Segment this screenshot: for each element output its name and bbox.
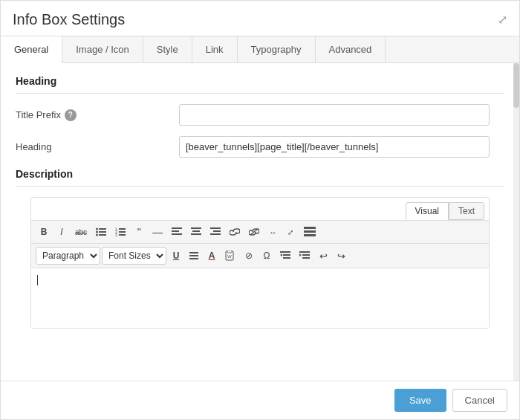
editor-toolbar-row2: Paragraph Heading 1 Heading 2 Heading 3 … (31, 244, 489, 268)
toolbar-more[interactable]: ↔ (264, 224, 281, 240)
svg-rect-9 (119, 231, 126, 233)
heading-row: Heading (16, 136, 504, 158)
heading-section: Heading Title Prefix ? Heading (1, 63, 519, 158)
svg-rect-14 (172, 233, 182, 235)
toolbar-unlink[interactable] (245, 224, 263, 240)
svg-rect-11 (119, 234, 126, 236)
svg-point-4 (96, 234, 98, 236)
editor-tabs: Visual Text (31, 198, 489, 220)
toolbar-special-chars[interactable]: Ω (259, 248, 275, 264)
editor-tab-visual[interactable]: Visual (406, 202, 449, 220)
svg-point-2 (96, 231, 98, 233)
panel-body: Heading Title Prefix ? Heading (1, 63, 519, 381)
editor-container: Visual Text B I abc 1.2.3. " — (30, 197, 490, 329)
svg-rect-32 (227, 251, 232, 253)
title-prefix-label: Title Prefix ? (16, 109, 179, 121)
toolbar-indent[interactable] (296, 248, 313, 264)
toolbar-blockquote[interactable]: " (131, 224, 147, 240)
toolbar-kitchen-sink[interactable] (300, 224, 319, 240)
svg-rect-5 (99, 234, 106, 236)
toolbar-bold[interactable]: B (36, 224, 52, 240)
toolbar-strikethrough[interactable]: abc (71, 224, 91, 240)
svg-rect-1 (99, 228, 106, 230)
svg-rect-36 (283, 257, 290, 259)
toolbar-clear-formatting[interactable]: ⊘ (241, 248, 257, 264)
tabs-bar: General Image / Icon Style Link Typograp… (1, 36, 519, 63)
cancel-button[interactable]: Cancel (452, 389, 507, 412)
panel-title: Info Box Settings (13, 11, 125, 28)
svg-rect-38 (299, 251, 310, 253)
tab-link[interactable]: Link (192, 36, 238, 62)
svg-text:W: W (227, 254, 232, 259)
info-box-settings-panel: Info Box Settings ⤢ General Image / Icon… (0, 0, 520, 420)
toolbar-undo[interactable]: ↩ (315, 248, 331, 264)
svg-rect-12 (172, 227, 182, 229)
toolbar-align-center[interactable] (187, 224, 205, 240)
svg-rect-35 (283, 254, 290, 256)
scrollbar-track[interactable] (513, 63, 519, 381)
svg-rect-30 (189, 258, 198, 259)
toolbar-underline[interactable]: U (168, 248, 184, 264)
heading-section-title: Heading (16, 75, 504, 94)
heading-input-wrapper (179, 136, 490, 158)
toolbar-paste-word[interactable]: W (221, 248, 239, 264)
svg-rect-40 (302, 257, 310, 259)
svg-rect-17 (192, 230, 200, 232)
tab-style[interactable]: Style (143, 36, 192, 62)
title-prefix-input-wrapper (179, 104, 490, 126)
svg-rect-39 (302, 254, 310, 256)
heading-input[interactable] (179, 136, 490, 158)
svg-rect-22 (210, 233, 221, 235)
editor-tab-text[interactable]: Text (449, 202, 484, 220)
tab-general[interactable]: General (1, 36, 62, 63)
svg-rect-29 (189, 255, 198, 256)
scrollbar-thumb[interactable] (513, 63, 519, 108)
text-cursor (37, 275, 38, 285)
svg-rect-13 (172, 230, 179, 232)
toolbar-ol[interactable]: 1.2.3. (111, 224, 129, 240)
svg-rect-18 (191, 233, 201, 235)
toolbar-link[interactable] (226, 224, 244, 240)
editor-content[interactable] (31, 268, 489, 328)
svg-rect-34 (280, 251, 290, 253)
toolbar-italic[interactable]: I (53, 224, 70, 240)
toolbar-redo[interactable]: ↪ (333, 248, 349, 264)
svg-rect-16 (191, 227, 201, 229)
toolbar-hr[interactable]: — (149, 224, 166, 240)
svg-rect-20 (210, 227, 221, 229)
svg-rect-26 (304, 230, 316, 233)
svg-point-0 (96, 228, 98, 230)
toolbar-outdent[interactable] (276, 248, 294, 264)
toolbar-fullscreen[interactable]: ⤢ (282, 224, 299, 240)
panel-footer: Save Cancel (1, 381, 519, 419)
svg-marker-37 (280, 253, 282, 256)
tab-advanced[interactable]: Advanced (316, 36, 386, 62)
title-prefix-input[interactable] (179, 104, 490, 126)
heading-label: Heading (16, 141, 179, 152)
toolbar-font-color[interactable]: A (204, 248, 220, 264)
svg-rect-28 (189, 252, 198, 253)
toolbar-align-right[interactable] (207, 224, 224, 240)
tab-typography[interactable]: Typography (238, 36, 316, 62)
svg-rect-7 (119, 228, 126, 230)
paragraph-select[interactable]: Paragraph Heading 1 Heading 2 Heading 3 (36, 247, 100, 265)
toolbar-align-left[interactable] (168, 224, 186, 240)
svg-rect-27 (304, 234, 316, 236)
title-prefix-row: Title Prefix ? (16, 104, 504, 126)
title-prefix-help-icon[interactable]: ? (65, 109, 77, 121)
font-sizes-select[interactable]: Font Sizes 8 10 12 14 (102, 247, 166, 265)
svg-rect-25 (304, 227, 316, 229)
expand-icon[interactable]: ⤢ (498, 13, 507, 27)
description-section-title: Description (16, 168, 504, 187)
svg-marker-41 (299, 253, 302, 256)
toolbar-justify[interactable] (186, 248, 202, 264)
description-section: Description Visual Text B I abc (1, 168, 519, 329)
editor-toolbar-row1: B I abc 1.2.3. " — (31, 220, 489, 244)
save-button[interactable]: Save (394, 389, 446, 412)
svg-text:3.: 3. (115, 233, 118, 236)
svg-rect-3 (99, 231, 106, 233)
panel-header: Info Box Settings ⤢ (1, 1, 519, 36)
tab-image-icon[interactable]: Image / Icon (62, 36, 143, 62)
svg-rect-21 (213, 230, 221, 232)
toolbar-ul[interactable] (92, 224, 110, 240)
